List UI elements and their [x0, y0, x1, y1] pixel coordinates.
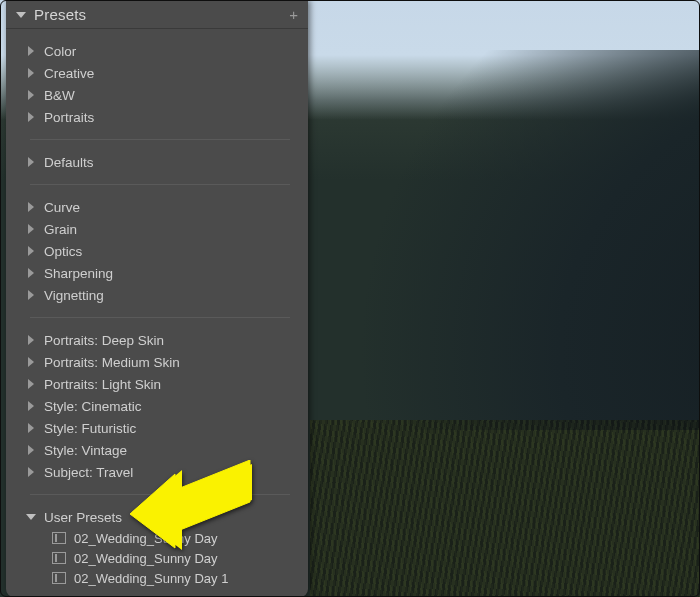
- chevron-right-icon: [28, 335, 34, 345]
- add-preset-button[interactable]: +: [289, 6, 298, 23]
- chevron-right-icon: [28, 290, 34, 300]
- preset-group: Color Creative B&W Portraits: [28, 35, 292, 133]
- preset-folder[interactable]: Portraits: Deep Skin: [28, 329, 292, 351]
- preset-folder[interactable]: Defaults: [28, 151, 292, 173]
- preset-folder-label: Subject: Travel: [44, 465, 133, 480]
- chevron-right-icon: [28, 90, 34, 100]
- presets-panel: Presets + Color Creative B&W Portraits D…: [6, 0, 308, 597]
- preset-folder-label: Portraits: Deep Skin: [44, 333, 164, 348]
- preset-folder-label: Curve: [44, 200, 80, 215]
- chevron-right-icon: [28, 268, 34, 278]
- preset-folder[interactable]: B&W: [28, 84, 292, 106]
- preset-folder-label: Grain: [44, 222, 77, 237]
- preset-folder-label: Creative: [44, 66, 94, 81]
- divider: [30, 494, 290, 495]
- preset-item[interactable]: 02_Wedding_Sunny Day: [28, 528, 292, 548]
- preset-folder[interactable]: Creative: [28, 62, 292, 84]
- preset-group: Portraits: Deep Skin Portraits: Medium S…: [28, 324, 292, 488]
- preset-folder-label: Portraits: [44, 110, 94, 125]
- preset-item[interactable]: 02_Wedding_Sunny Day 1: [28, 568, 292, 588]
- background-photo-grass: [310, 420, 700, 597]
- preset-group: Curve Grain Optics Sharpening Vignetting: [28, 191, 292, 311]
- chevron-right-icon: [28, 445, 34, 455]
- preset-folder-label: Style: Cinematic: [44, 399, 142, 414]
- preset-folder-label: Color: [44, 44, 76, 59]
- preset-item-label: 02_Wedding_Sunny Day: [74, 551, 218, 566]
- preset-icon: [52, 572, 66, 584]
- preset-folder[interactable]: Portraits: Medium Skin: [28, 351, 292, 373]
- preset-folder[interactable]: Curve: [28, 196, 292, 218]
- preset-item-label: 02_Wedding_Sunny Day 1: [74, 571, 228, 586]
- chevron-right-icon: [28, 423, 34, 433]
- preset-folder[interactable]: Subject: Travel: [28, 461, 292, 483]
- collapse-icon: [16, 12, 26, 18]
- presets-panel-header[interactable]: Presets +: [6, 0, 308, 29]
- user-presets-folder[interactable]: User Presets: [26, 506, 292, 528]
- chevron-right-icon: [28, 157, 34, 167]
- preset-item-label: 02_Wedding_Sunny Day: [74, 531, 218, 546]
- background-photo-shadow: [310, 50, 700, 430]
- chevron-right-icon: [28, 379, 34, 389]
- preset-folder-label: Style: Vintage: [44, 443, 127, 458]
- preset-folder-label: Sharpening: [44, 266, 113, 281]
- panel-title: Presets: [34, 6, 289, 23]
- divider: [30, 317, 290, 318]
- preset-item[interactable]: 02_Wedding_Sunny Day: [28, 548, 292, 568]
- chevron-right-icon: [28, 467, 34, 477]
- chevron-right-icon: [28, 46, 34, 56]
- chevron-right-icon: [28, 224, 34, 234]
- user-presets-group: User Presets 02_Wedding_Sunny Day 02_Wed…: [28, 501, 292, 593]
- preset-folder[interactable]: Style: Vintage: [28, 439, 292, 461]
- preset-folder[interactable]: Style: Futuristic: [28, 417, 292, 439]
- preset-folder-label: Portraits: Light Skin: [44, 377, 161, 392]
- chevron-right-icon: [28, 68, 34, 78]
- preset-folder-label: Style: Futuristic: [44, 421, 136, 436]
- preset-folder[interactable]: Portraits: [28, 106, 292, 128]
- chevron-right-icon: [28, 357, 34, 367]
- divider: [30, 184, 290, 185]
- user-presets-label: User Presets: [44, 510, 122, 525]
- chevron-right-icon: [28, 246, 34, 256]
- preset-folder[interactable]: Style: Cinematic: [28, 395, 292, 417]
- preset-folder[interactable]: Vignetting: [28, 284, 292, 306]
- preset-folder[interactable]: Portraits: Light Skin: [28, 373, 292, 395]
- chevron-down-icon: [26, 514, 36, 520]
- preset-folder[interactable]: Grain: [28, 218, 292, 240]
- chevron-right-icon: [28, 112, 34, 122]
- preset-folder[interactable]: Optics: [28, 240, 292, 262]
- preset-folder-label: Defaults: [44, 155, 94, 170]
- chevron-right-icon: [28, 401, 34, 411]
- preset-icon: [52, 532, 66, 544]
- presets-list: Color Creative B&W Portraits Defaults Cu…: [6, 29, 308, 597]
- preset-group: Defaults: [28, 146, 292, 178]
- preset-folder-label: Optics: [44, 244, 82, 259]
- preset-folder[interactable]: Color: [28, 40, 292, 62]
- preset-folder-label: B&W: [44, 88, 75, 103]
- divider: [30, 139, 290, 140]
- preset-folder-label: Portraits: Medium Skin: [44, 355, 180, 370]
- chevron-right-icon: [28, 202, 34, 212]
- preset-folder[interactable]: Sharpening: [28, 262, 292, 284]
- preset-icon: [52, 552, 66, 564]
- preset-folder-label: Vignetting: [44, 288, 104, 303]
